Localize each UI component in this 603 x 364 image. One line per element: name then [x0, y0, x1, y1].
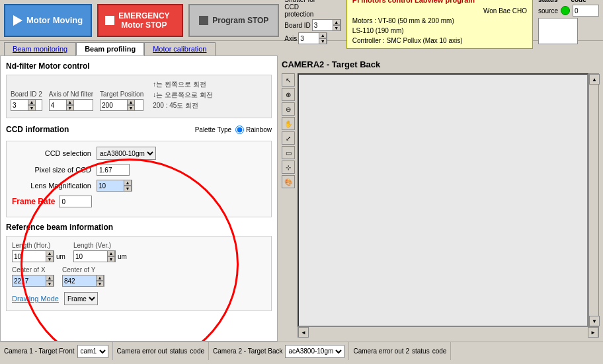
lens-mag-label: Lens Magnification [12, 182, 91, 190]
main-content: Nd-filter Motor control Board ID 2 ▲ ▼ [0, 55, 603, 342]
status-label: status [538, 0, 557, 3]
lens-mag-up[interactable]: ▲ [124, 180, 132, 186]
palette-rainbow-radio[interactable] [235, 126, 244, 134]
board-id-up[interactable]: ▲ [333, 19, 341, 25]
cam2-error-label: Camera error out 2 [353, 347, 409, 355]
length-hor-input-row: ▲ ▼ um [12, 250, 65, 262]
center-x-input[interactable] [13, 275, 46, 286]
tool-crosshair[interactable]: ⊹ [282, 161, 295, 174]
length-hor-up[interactable]: ▲ [46, 250, 54, 256]
board-id2-up[interactable]: ▲ [28, 99, 36, 105]
motor-moving-button[interactable]: Motor Moving [4, 4, 92, 37]
center-y-spin[interactable]: ▲ ▼ [62, 275, 104, 287]
board-id-down[interactable]: ▼ [333, 25, 341, 31]
center-x-spin[interactable]: ▲ ▼ [12, 275, 54, 287]
drawing-mode-select[interactable]: Frame [64, 292, 98, 305]
center-x-up[interactable]: ▲ [46, 275, 54, 281]
lens-mag-input[interactable] [97, 180, 124, 191]
axes-input[interactable] [299, 33, 319, 44]
length-hor-arrows: ▲ ▼ [46, 250, 54, 262]
target-pos-down[interactable]: ▼ [127, 105, 135, 111]
cam2-status-box: status code [412, 347, 446, 355]
axes-down[interactable]: ▼ [319, 38, 327, 44]
tool-select[interactable]: ▭ [282, 146, 295, 159]
motor-moving-label: Motor Moving [26, 15, 83, 25]
board-id-input[interactable] [313, 20, 333, 30]
axis-nd-group: Axis of Nd filter ▲ ▼ [49, 91, 93, 111]
axis-nd-down[interactable]: ▼ [66, 105, 74, 111]
center-y-input-row: ▲ ▼ [62, 275, 104, 287]
length-hor-spin[interactable]: ▲ ▼ [12, 250, 54, 262]
square-stop-icon [199, 16, 208, 25]
tool-zoom-fit[interactable]: ⤢ [282, 131, 295, 145]
scroll-down-button[interactable]: ▼ [589, 316, 600, 326]
length-ver-up[interactable]: ▲ [107, 250, 115, 256]
target-pos-up[interactable]: ▲ [127, 99, 135, 105]
lens-mag-down[interactable]: ▼ [124, 186, 132, 192]
nd-filter-section: Nd-filter Motor control Board ID 2 ▲ ▼ [6, 61, 272, 118]
um-label-hor: um [56, 253, 65, 260]
center-y-up[interactable]: ▲ [96, 275, 104, 281]
program-stop-button[interactable]: Program STOP [188, 4, 279, 37]
target-pos-input[interactable] [100, 100, 127, 110]
axis-nd-spin[interactable]: ▲ ▼ [49, 99, 93, 111]
tool-zoom-out[interactable]: ⊖ [282, 102, 295, 116]
board-id2-down[interactable]: ▼ [28, 105, 36, 111]
pixel-size-input[interactable] [97, 164, 130, 176]
board-id2-spin[interactable]: ▲ ▼ [11, 99, 42, 111]
tab-beam-monitoring[interactable]: Beam monitoring [4, 42, 76, 55]
cam2-select[interactable]: acA3800-10gm [285, 345, 344, 358]
length-hor-input[interactable] [13, 251, 46, 262]
bottom-bar: Camera 1 - Target Front cam1 Camera erro… [0, 342, 603, 360]
status-section: status code source [538, 0, 599, 44]
frame-rate-row: Frame Rate [12, 196, 266, 207]
cam1-section: Camera 1 - Target Front cam1 [0, 342, 113, 360]
length-ver-input[interactable] [74, 251, 107, 262]
pi-info-box: PI motors control Labview program Won Ba… [346, 0, 533, 49]
ccd-selection-select[interactable]: acA3800-10gm [97, 147, 156, 160]
hint2: ↓는 오른쪽으로 회전 [153, 90, 213, 100]
camera-area-wrapper: ↖ ⊕ ⊖ ✋ ⤢ ▭ ⊹ 🎨 ▲ ▼ ◄ [282, 73, 599, 338]
target-pos-arrows: ▲ ▼ [127, 99, 135, 111]
board-id-spin[interactable]: ▲ ▼ [312, 19, 341, 31]
scroll-left-button[interactable]: ◄ [298, 327, 309, 338]
board-id2-input[interactable] [11, 100, 28, 110]
lens-mag-spin[interactable]: ▲ ▼ [97, 180, 132, 192]
camera-scrollbar-v[interactable]: ▲ ▼ [588, 73, 599, 327]
length-ver-down[interactable]: ▼ [107, 256, 115, 262]
frame-rate-input[interactable] [59, 196, 92, 207]
cam1-status-label: status [170, 347, 188, 355]
length-ver-spin[interactable]: ▲ ▼ [73, 250, 116, 262]
scroll-track-h[interactable] [309, 327, 588, 338]
tab-beam-profiling[interactable]: Beam profiling [76, 42, 144, 55]
center-x-down[interactable]: ▼ [46, 281, 54, 287]
axis-nd-input[interactable] [50, 100, 66, 110]
center-y-down[interactable]: ▼ [96, 281, 104, 287]
cam1-error-label: Camera error out [117, 347, 167, 355]
axes-spin[interactable]: ▲ ▼ [298, 32, 327, 44]
scroll-track-v[interactable] [589, 85, 598, 316]
scroll-right-button[interactable]: ► [588, 327, 598, 338]
camera-scrollbar-h[interactable]: ◄ ► [298, 327, 599, 338]
axis-nd-up[interactable]: ▲ [66, 99, 74, 105]
length-ver-field: Length (Ver.) ▲ ▼ um [73, 242, 127, 262]
lens-mag-row: Lens Magnification ▲ ▼ [12, 180, 266, 192]
center-y-input[interactable] [63, 275, 96, 286]
code-input[interactable] [573, 5, 599, 17]
tool-zoom-in[interactable]: ⊕ [282, 88, 295, 101]
cam1-status-box: status code [170, 347, 204, 355]
target-pos-spin[interactable]: ▲ ▼ [100, 99, 143, 111]
tool-color[interactable]: 🎨 [282, 175, 295, 188]
scroll-up-button[interactable]: ▲ [589, 74, 600, 85]
cam1-select[interactable]: cam1 [77, 345, 108, 358]
tool-arrow[interactable]: ↖ [282, 73, 295, 87]
emergency-stop-button[interactable]: EMERGENCY Motor STOP [97, 4, 183, 37]
status-log-box[interactable] [538, 18, 578, 44]
length-hor-down[interactable]: ▼ [46, 256, 54, 262]
led-green-icon [561, 6, 570, 15]
tool-pan[interactable]: ✋ [282, 117, 295, 130]
axes-up[interactable]: ▲ [319, 32, 327, 38]
lens-mag-arrows: ▲ ▼ [124, 180, 132, 192]
drawing-mode-label[interactable]: Drawing Mode [12, 295, 59, 303]
tab-motor-calibration[interactable]: Motor calibration [144, 42, 215, 55]
